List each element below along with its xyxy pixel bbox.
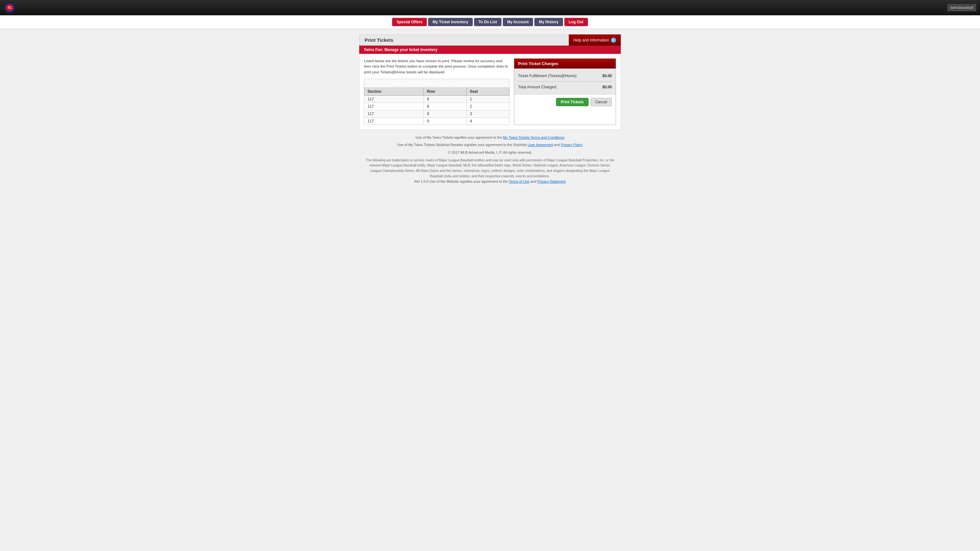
footer-terms-text: Use of My Twins Tickets signifies your a…	[416, 135, 502, 139]
nav-my-history[interactable]: My History	[535, 18, 563, 26]
site-logo: TC	[4, 2, 15, 13]
footer-and2: and	[530, 179, 537, 183]
table-row: 117 9 3	[364, 110, 509, 118]
charge-row-fulfillment: Ticket Fulfillment (Tickets@Home): $0.00	[518, 72, 612, 79]
charges-divider	[518, 81, 612, 82]
ticket-section: 117	[364, 103, 424, 110]
nav-my-account[interactable]: My Account	[503, 18, 533, 26]
ticket-row: 9	[424, 110, 466, 118]
ticket-row: 9	[424, 95, 466, 103]
charge-amount-fulfillment: $0.00	[602, 74, 612, 78]
table-row: 117 9 1	[364, 95, 509, 103]
ticket-seat: 4	[466, 118, 509, 125]
column-header-row: Section Row Seat	[364, 87, 509, 95]
svg-text:TC: TC	[7, 6, 11, 10]
help-section[interactable]: Help and Information i	[569, 35, 621, 46]
page-title: Print Tickets	[364, 37, 564, 43]
col-row: Row	[424, 87, 466, 95]
ticket-section: 117	[364, 118, 424, 125]
content-area: Listed below are the tickets you have ch…	[359, 54, 621, 130]
privacy-policy-link[interactable]: Privacy Policy	[561, 143, 582, 147]
charges-body: Ticket Fulfillment (Tickets@Home): $0.00…	[514, 68, 616, 94]
charge-label-fulfillment: Ticket Fulfillment (Tickets@Home):	[518, 74, 578, 78]
user-agreement-link[interactable]: User Agreement	[528, 143, 553, 147]
ticket-table: Monday, 7/17/17 - Yankees at Twins - 7:1…	[364, 79, 509, 125]
nav-to-do-list[interactable]: To Do List	[474, 18, 501, 26]
footer-rel-line: Rel 1.5.0 Use of the Website signifies y…	[359, 179, 621, 185]
logo-inner: TC	[5, 3, 15, 13]
ticket-seat: 1	[466, 95, 509, 103]
event-header-row: Monday, 7/17/17 - Yankees at Twins - 7:1…	[364, 79, 509, 87]
main-container: Print Tickets Help and Information i Twi…	[359, 35, 621, 130]
charges-panel: Print Ticket Charges Ticket Fulfillment …	[514, 58, 616, 125]
ticket-section: 117	[364, 110, 424, 118]
ticket-seat: 3	[466, 110, 509, 118]
info-icon: i	[611, 38, 616, 43]
terms-of-use-link[interactable]: Terms of Use	[509, 179, 530, 183]
footer-trademark: The following are trademarks or service …	[366, 157, 614, 179]
footer-rel-text: Rel 1.5.0 Use of the Website signifies y…	[414, 179, 508, 183]
site-header: TC twinsbaseball	[0, 0, 980, 15]
footer-terms-line: Use of My Twins Tickets signifies your a…	[359, 135, 621, 141]
site-name-display: twinsbaseball	[947, 4, 976, 11]
left-section: Listed below are the tickets you have ch…	[364, 58, 514, 125]
nav-log-out[interactable]: Log Out	[564, 18, 588, 26]
instructions-text: Listed below are the tickets you have ch…	[364, 58, 509, 75]
page-title-bar: Print Tickets Help and Information i	[359, 35, 621, 46]
charge-label-total: Total Amount Charged:	[518, 85, 557, 89]
ticket-row: 9	[424, 118, 466, 125]
nav-special-offers[interactable]: Special Offers	[392, 18, 427, 26]
charges-title: Print Ticket Charges	[514, 59, 616, 68]
col-section: Section	[364, 87, 424, 95]
charge-amount-total: $0.00	[602, 85, 612, 89]
col-seat: Seat	[466, 87, 509, 95]
help-label: Help and Information	[574, 38, 609, 43]
sub-banner: Twins Fan: Manage your ticket inventory	[359, 46, 621, 54]
terms-and-conditions-link[interactable]: My Twins Tickets Terms and Conditions	[503, 135, 564, 139]
footer-stubhub-text: Use of My Twins Tickets StubHub Resales …	[397, 143, 527, 147]
print-tickets-button[interactable]: Print Tickets	[556, 98, 589, 106]
table-row: 117 9 2	[364, 103, 509, 110]
footer-stubhub-line: Use of My Twins Tickets StubHub Resales …	[359, 142, 621, 148]
cancel-button[interactable]: Cancel	[590, 98, 612, 106]
ticket-section: 117	[364, 95, 424, 103]
table-row: 117 9 4	[364, 118, 509, 125]
nav-bar: Special Offers My Ticket Inventory To Do…	[0, 15, 980, 29]
nav-ticket-inventory[interactable]: My Ticket Inventory	[428, 18, 473, 26]
ticket-row: 9	[424, 103, 466, 110]
page-title-section: Print Tickets	[359, 35, 569, 46]
charges-actions: Print Tickets Cancel	[514, 94, 616, 110]
footer-copyright: © 2017 MLB Advanced Media, L.P. All righ…	[359, 150, 621, 156]
ticket-seat: 2	[466, 103, 509, 110]
footer-and: and	[554, 143, 561, 147]
charge-row-total: Total Amount Charged: $0.00	[518, 84, 612, 91]
footer: Use of My Twins Tickets signifies your a…	[359, 135, 621, 185]
event-header-cell: Monday, 7/17/17 - Yankees at Twins - 7:1…	[364, 79, 509, 87]
privacy-statement-link[interactable]: Privacy Statement	[537, 179, 566, 183]
